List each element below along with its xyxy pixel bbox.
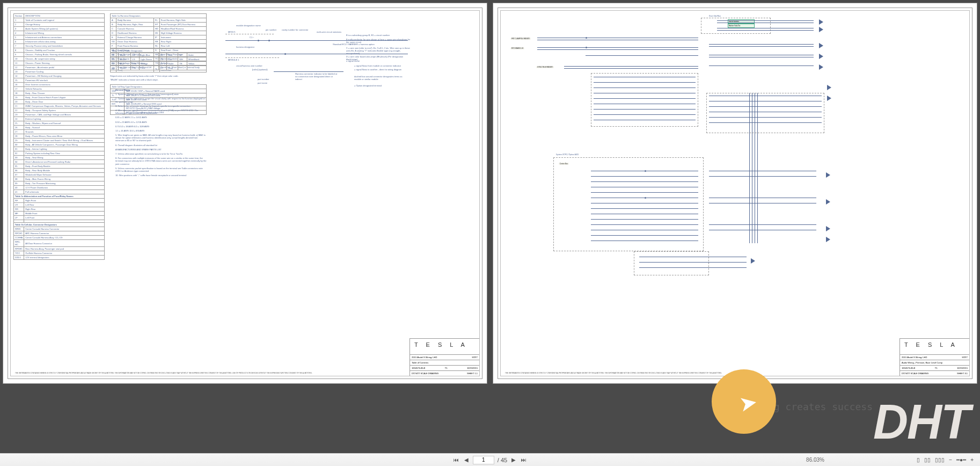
legend-multi: multi-wire circuit notations [317,31,341,33]
tesla-logo-2: T E S L A [904,341,958,348]
notes-header: General Notes: [115,89,207,91]
next-page-button[interactable]: ▶ [510,456,517,464]
legend-optbox: = Option designated terminal [354,84,408,87]
legend-diagram: module designation name MOD#1 C1→ pin nu… [220,24,413,99]
tesla-logo: T E S L A [414,341,468,348]
legend-harness: harness designator [236,46,254,48]
legend-pname: part name [258,82,267,84]
tb-model: 2015 Model S Wiring: LHD [412,356,437,359]
strip-note: Striped wires are indicated by base-colo… [110,75,207,77]
first-page-button[interactable]: ⏮ [452,456,460,464]
color-header: Table 1c Wire Color Designators [111,49,207,53]
legend-inline: Harness connector indicator to be labele… [295,72,338,81]
legend-cavity: cavity number for connector [282,28,308,31]
zoom-slider[interactable]: ━●━ [955,456,967,464]
zoom-label: 86.03% [806,457,824,463]
center-spk: Center Box [559,163,569,165]
legend-arrowfrom: = signal flows from module or connector … [354,64,411,67]
tb2-rel: SOP7 [962,356,968,359]
watermark-text: DHT [873,395,969,450]
legal-text-2: THE INFORMATION CONTAINED HEREIN IS STRI… [505,373,898,375]
pdf-page-2: FRT CLAMP/GL PASSBY ROCKMASS LH SYNC/TEL… [493,3,977,384]
harness-header: Table 1a Harness Designators [111,14,207,18]
view-book-icon[interactable]: ▯▯▯ [934,456,946,464]
toc-table: SectionDESCRIPTION 1Table of Contents an… [13,13,105,260]
legend-wirenum: circuit/harness wire number [236,64,262,67]
legend-module-name: module designation name [236,24,261,27]
pdf-toolbar: ⏮ ◀ / 45 ▶ ⏭ ▯ ▯▯ ▯▯▯ 86.03% − ━●━ + [0,453,980,466]
conn-3: SYNC/TELE PASSBY [536,66,554,68]
zoom-out-button[interactable]: − [948,456,953,464]
general-notes: General Notes: 1. Systems (Wiring) are s… [115,89,207,178]
sys-label: Systems SOP1.2 Options AU01 [556,154,579,156]
title-block-2: T E S L A 2015 Model S Wiring: LHDSOP7 A… [899,338,969,376]
legend-mod: MOD#1 [228,31,236,33]
color-table: Table 1c Wire Color Designators BKBlackL… [110,48,207,70]
strip-example: "BN-BK" indicates a brown wire with a bl… [110,78,207,81]
legend-notee: = signal name [346,60,411,62]
legend-notec: C = wire size (refer to mm²). Ex: C=0.5,… [346,47,411,55]
view-single-icon[interactable]: ▯ [916,456,921,464]
pdf-page-1: SectionDESCRIPTION 1Table of Contents an… [3,3,487,384]
tb-scale: DO NOT SCALE DRAWING [412,372,438,375]
last-page-button[interactable]: ⏭ [520,456,528,464]
prev-page-button[interactable]: ◀ [463,456,470,464]
legend-arrowto: = signal flows to another - direct to wi… [354,68,411,71]
legend-circuit: C1→ [250,36,254,39]
legal-text: THE INFORMATION CONTAINED HEREIN IS STRI… [15,373,408,375]
top-comp: Driver Side/Rear [709,15,721,17]
tb2-model: 2015 Model S Wiring: LHD [902,356,927,359]
tb-sheet: SHEET 1.1 [467,372,478,375]
view-facing-icon[interactable]: ▯▯ [923,456,932,464]
conn-2: ROCKMASS LH [510,47,524,49]
legend-opt: Standard ECU / BARRIER = harness option [333,43,375,46]
legend-part: part number [258,78,269,81]
tb-release: SOP7 [472,356,478,359]
tb2-scale: DO NOT SCALE DRAWING [902,372,928,375]
tb-rev: T5 [445,367,448,369]
title-block-1: T E S L A 2015 Model S Wiring: LHDSOP7 T… [409,338,479,376]
legend-module: MODULE 1 [228,59,239,61]
zoom-in-button[interactable]: + [969,456,975,464]
tb2-title: Audio Wiring - Premium, Base Level Comp [902,361,942,364]
tb-title: Table of Contents [412,361,428,364]
tb2-sheet: SHEET 3.1 [957,372,968,375]
toc-header-section: Section [14,14,24,18]
legend-notea: B is a subsidiary group B, B1 = circuit … [346,34,411,37]
tb-doc: 1004573-00-E [412,367,425,369]
tb-date: 10/19/2015 [467,367,478,369]
page-input[interactable] [473,456,494,464]
legend-color: [color] (optional) [252,68,268,71]
tb2-rev: T5 [935,367,938,369]
tb2-doc: 1004573-00-E [902,367,915,369]
toc-header-desc: DESCRIPTION [24,14,105,18]
conn-1: FRT CLAMP/GL PASSBY [510,38,531,40]
legend-dash: dashed box around connector designates i… [354,75,408,81]
legend-pin: pin number [266,28,276,31]
tb2-date: 10/19/2015 [957,367,968,369]
page-total: / 45 [498,457,507,463]
wiring-diagram: FRT CLAMP/GL PASSBY ROCKMASS LH SYNC/TEL… [505,15,965,372]
